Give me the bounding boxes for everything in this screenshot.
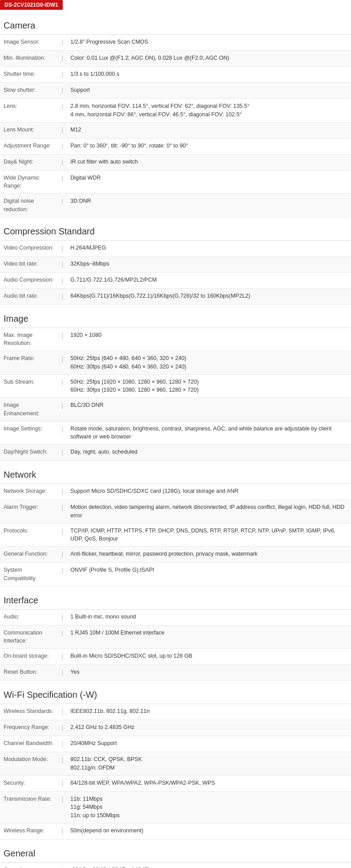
table-row: Video bit rate:|32Kbps~8Mbps <box>0 256 351 272</box>
row-value: H.264/MJPEG <box>67 241 351 257</box>
row-label: Digital noise reduction: <box>0 194 58 217</box>
table-row: Channel Bandwidth:|20/40MHz Support <box>0 736 351 752</box>
row-label: Image Sensor: <box>0 35 58 51</box>
row-label: Frame Rate: <box>0 351 58 375</box>
table-row: Reset Button:|Yes <box>0 665 351 681</box>
main-content: CameraImage Sensor:|1/2.8" Progressive S… <box>0 14 351 868</box>
row-label: Alarm Trigger: <box>0 500 58 524</box>
row-separator: | <box>58 863 67 868</box>
table-row: Adjustment Range:|Pan: 0° to 360°, tilt:… <box>0 138 351 154</box>
row-separator: | <box>58 272 67 288</box>
row-value: Day, night, auto, scheduled <box>67 445 351 461</box>
row-separator: | <box>58 170 67 194</box>
table-compression: Video Compression:|H.264/MJPEGVideo bit … <box>0 241 351 305</box>
row-separator: | <box>58 122 67 138</box>
row-label: Lens Mount: <box>0 122 58 138</box>
row-label: Security: <box>0 775 58 791</box>
row-value: 64/128-bit WEP, WPA/WPA2, WPA-PSK/WPA2-P… <box>67 775 351 791</box>
section-title-compression: Compression Standard <box>0 220 351 241</box>
row-label: Network Storage: <box>0 484 58 500</box>
section-title-general: General <box>0 842 351 863</box>
table-row: Max. Image Resolution:|1920 × 1080 <box>0 328 351 351</box>
row-label: Audio Compression: <box>0 272 58 288</box>
row-separator: | <box>58 736 67 752</box>
row-separator: | <box>58 610 67 626</box>
row-separator: | <box>58 154 67 170</box>
row-label: Video Compression: <box>0 241 58 257</box>
row-separator: | <box>58 563 67 586</box>
row-label: Wireless Range: <box>0 823 58 839</box>
row-value: ONVIF (Profile S, Profile G),ISAPI <box>67 563 351 586</box>
row-label: Slow shutter: <box>0 83 58 99</box>
row-value: 50Hz: 25fps (1920 × 1080, 1280 × 960, 12… <box>67 374 351 398</box>
row-value: Digital WDR <box>67 170 351 194</box>
row-label: Audio: <box>0 610 58 626</box>
section-network: NetworkNetwork Storage:|Support Micro SD… <box>0 463 351 586</box>
section-interface: InterfaceAudio:|1 Built-in mic, mono sou… <box>0 589 351 681</box>
section-general: GeneralOperating Conditions:|-30 °C ~ 60… <box>0 842 351 868</box>
section-camera: CameraImage Sensor:|1/2.8" Progressive S… <box>0 14 351 217</box>
table-row: Frequency Range:|2.412 GHz to 2.4835 GHz <box>0 720 351 736</box>
row-value: BLC/3D DNR <box>67 398 351 422</box>
row-label: Video bit rate: <box>0 256 58 272</box>
row-value: 50Hz: 25fps (640 × 480, 640 × 360, 320 ×… <box>67 351 351 375</box>
row-separator: | <box>58 374 67 398</box>
table-row: Communication Interface:|1 RJ45 10M / 10… <box>0 625 351 649</box>
tab-label-container: DS-2CV1021G0-IDW1 <box>0 0 351 14</box>
row-label: Adjustment Range: <box>0 138 58 154</box>
table-row: Lens Mount:|M12 <box>0 122 351 138</box>
row-label: Protocols: <box>0 523 58 547</box>
row-separator: | <box>58 665 67 681</box>
table-row: General Function:|Anti-flicker, heartbea… <box>0 547 351 563</box>
row-value: Yes <box>67 665 351 681</box>
row-value: IR cut filter with auto switch <box>67 154 351 170</box>
row-value: IEEE802.11b, 802.11g, 802.11n <box>67 704 351 720</box>
row-label: General Function: <box>0 547 58 563</box>
row-value: 2.412 GHz to 2.4835 GHz <box>67 720 351 736</box>
table-camera: Image Sensor:|1/2.8" Progressive Scan CM… <box>0 35 351 217</box>
row-separator: | <box>58 351 67 375</box>
row-value: 11b: 11Mbps11g: 54Mbps11n: up to 150Mbps <box>67 791 351 823</box>
table-row: Image Settings:|Rotate mode, saturation,… <box>0 421 351 445</box>
row-label: Image Settings: <box>0 421 58 445</box>
row-value: 32Kbps~8Mbps <box>67 256 351 272</box>
table-row: Network Storage:|Support Micro SD/SDHC/S… <box>0 484 351 500</box>
row-separator: | <box>58 649 67 665</box>
table-row: Audio Compression:|G.711/G.722.1/G.726/M… <box>0 272 351 288</box>
row-label: Min. Illumination: <box>0 51 58 67</box>
row-label: Communication Interface: <box>0 625 58 649</box>
row-label: Lens: <box>0 99 58 123</box>
table-row: Image Sensor:|1/2.8" Progressive Scan CM… <box>0 35 351 51</box>
row-label: On-board storage: <box>0 649 58 665</box>
row-separator: | <box>58 720 67 736</box>
row-label: Wide Dynamic Range: <box>0 170 58 194</box>
row-label: Operating Conditions: <box>0 863 58 868</box>
row-label: Audio bit rate: <box>0 288 58 304</box>
row-value: 3D DNR <box>67 194 351 217</box>
table-row: Digital noise reduction:|3D DNR <box>0 194 351 217</box>
row-value: 64Kbps(G.711)/16Kbps(G.722.1)/16Kbps(G.7… <box>67 288 351 304</box>
row-label: Transmission Rate: <box>0 791 58 823</box>
row-separator: | <box>58 500 67 524</box>
row-separator: | <box>58 67 67 83</box>
row-label: Sub Stream: <box>0 374 58 398</box>
row-separator: | <box>58 523 67 547</box>
table-row: Video Compression:|H.264/MJPEG <box>0 241 351 257</box>
table-row: On-board storage:|Built-in Micro SD/SDHC… <box>0 649 351 665</box>
row-value: 20/40MHz Support <box>67 736 351 752</box>
row-separator: | <box>58 241 67 257</box>
row-separator: | <box>58 775 67 791</box>
section-compression: Compression StandardVideo Compression:|H… <box>0 220 351 305</box>
row-separator: | <box>58 547 67 563</box>
row-value: 1/3 s to 1/100,000 s <box>67 67 351 83</box>
table-row: Audio bit rate:|64Kbps(G.711)/16Kbps(G.7… <box>0 288 351 304</box>
row-separator: | <box>58 398 67 422</box>
table-row: Audio:|1 Built-in mic, mono sound <box>0 610 351 626</box>
row-separator: | <box>58 138 67 154</box>
row-label: Channel Bandwidth: <box>0 736 58 752</box>
row-value: Anti-flicker, heartbeat, mirror, passwor… <box>67 547 351 563</box>
table-row: Wireless Standards:|IEEE802.11b, 802.11g… <box>0 704 351 720</box>
table-image: Max. Image Resolution:|1920 × 1080Frame … <box>0 328 351 461</box>
row-separator: | <box>58 51 67 67</box>
section-title-wifi: Wi-Fi Specification (-W) <box>0 684 351 704</box>
